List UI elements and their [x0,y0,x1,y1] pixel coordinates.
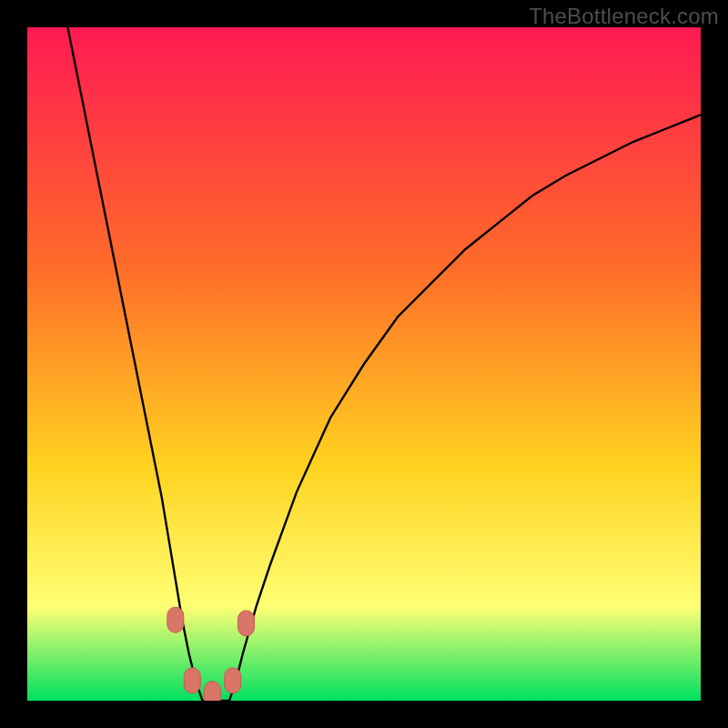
chart-plot-area [27,27,701,701]
watermark-text: TheBottleneck.com [529,4,719,29]
data-marker-0 [167,607,184,632]
data-marker-4 [238,611,255,636]
data-marker-3 [225,668,241,693]
chart-frame: TheBottleneck.com [0,0,728,728]
chart-svg [27,27,701,701]
data-marker-1 [184,668,200,693]
data-marker-2 [205,682,221,701]
